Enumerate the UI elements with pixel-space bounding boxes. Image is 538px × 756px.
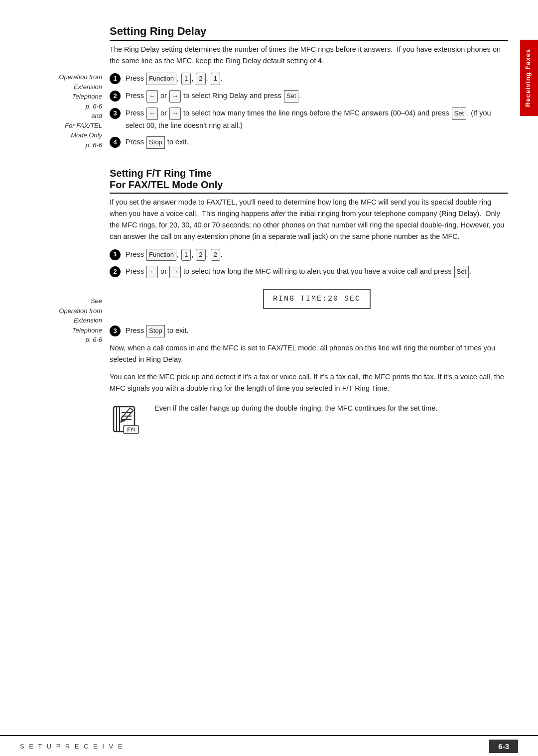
fyi-section: FYI Even if the caller hangs up during t… xyxy=(110,403,508,438)
left-arrow-key2: ← xyxy=(146,108,158,120)
step-1-4: 4 Press Stop to exit. xyxy=(110,136,508,149)
left-arrow-key3: ← xyxy=(146,266,158,278)
sidebar1-line8: p. 6-6 xyxy=(20,140,102,150)
key-2c: 2 xyxy=(211,249,220,261)
step-content-1-3: Press ← or → to select how many times th… xyxy=(126,108,508,131)
step-2-3: 3 Press Stop to exit. xyxy=(110,325,508,337)
sidebar2-line3: Extension xyxy=(20,316,102,325)
right-arrow-key2: → xyxy=(169,108,181,120)
step-1-2: 2 Press ← or → to select Ring Delay and … xyxy=(110,90,508,103)
stop-key2: Stop xyxy=(146,325,165,337)
key-1c: 1 xyxy=(181,249,191,261)
svg-text:FYI: FYI xyxy=(127,427,135,432)
sidebar1-line1: Operation from xyxy=(20,72,102,82)
step-2-2: 2 Press ← or → to select how long the MF… xyxy=(110,266,508,320)
function-key: Function xyxy=(146,73,176,85)
right-arrow-key: → xyxy=(169,90,181,103)
bottom-bar: S E T U P R E C E I V E 6-3 xyxy=(0,735,538,756)
step-content-2-2: Press ← or → to select how long the MFC … xyxy=(126,266,508,320)
set-key3: Set xyxy=(454,266,469,278)
step-num-1-3: 3 xyxy=(110,108,121,119)
section2-para2: You can let the MFC pick up and detect i… xyxy=(110,371,508,394)
function-key2: Function xyxy=(146,249,176,261)
fyi-icon: FYI xyxy=(110,403,149,438)
key-2a: 2 xyxy=(196,73,205,85)
step-num-1-1: 1 xyxy=(110,73,121,84)
main-content: Setting Ring Delay The Ring Delay settin… xyxy=(110,25,508,756)
left-arrow-key: ← xyxy=(146,90,158,103)
step-1-1: 1 Press Function, 1, 2, 1. xyxy=(110,73,508,85)
section1-title: Setting Ring Delay xyxy=(110,25,508,41)
step-content-1-4: Press Stop to exit. xyxy=(126,136,508,149)
right-arrow-key3: → xyxy=(169,266,181,278)
sidebar-section2: See Operation from Extension Telephone p… xyxy=(20,296,102,345)
step-num-2-1: 1 xyxy=(110,249,121,260)
step-content-1-2: Press ← or → to select Ring Delay and pr… xyxy=(126,90,508,103)
section2-intro: If you set the answer mode to FAX/TEL, y… xyxy=(110,197,508,243)
sidebar1-line6: For FAX/TEL xyxy=(20,121,102,131)
stop-key: Stop xyxy=(146,136,165,149)
bottom-page: 6-3 xyxy=(489,740,518,753)
sidebar2-line4: Telephone xyxy=(20,325,102,335)
step-num-2-3: 3 xyxy=(110,325,121,336)
section2-title: Setting F/T Ring Time For FAX/TEL Mode O… xyxy=(110,168,508,194)
step-content-2-3: Press Stop to exit. xyxy=(126,325,508,337)
section1-intro: The Ring Delay setting determines the nu… xyxy=(110,44,508,67)
sidebar1-line2: Extension xyxy=(20,82,102,92)
key-1a: 1 xyxy=(181,73,191,85)
section2-steps: 1 Press Function, 1, 2, 2. 2 Press ← or … xyxy=(110,249,508,337)
set-key: Set xyxy=(284,90,299,103)
key-2b: 2 xyxy=(196,249,205,261)
set-key2: Set xyxy=(452,108,467,120)
sidebar-section1: Operation from Extension Telephone p. 6-… xyxy=(20,72,102,150)
sidebar2-line2: Operation from xyxy=(20,306,102,316)
fyi-svg: FYI xyxy=(110,403,143,436)
step-num-2-2: 2 xyxy=(110,266,121,277)
section2-para3: Even if the caller hangs up during the d… xyxy=(154,403,508,414)
step-num-1-2: 2 xyxy=(110,91,121,102)
step-2-1: 1 Press Function, 1, 2, 2. xyxy=(110,249,508,261)
sidebar2-line5: p. 6-6 xyxy=(20,335,102,345)
bottom-label: S E T U P R E C E I V E xyxy=(20,743,124,750)
sidebar1-line7: Mode Only xyxy=(20,130,102,140)
side-tab: Receiving Faxes xyxy=(520,40,538,116)
key-1b: 1 xyxy=(211,73,220,85)
lcd-display: RING TIME:20 SEC xyxy=(263,289,371,309)
step-1-3: 3 Press ← or → to select how many times … xyxy=(110,108,508,131)
sidebar1-line5: and xyxy=(20,111,102,121)
page-container: Receiving Faxes Operation from Extension… xyxy=(0,0,538,756)
section2-para1: Now, when a call comes in and the MFC is… xyxy=(110,342,508,365)
step-content-1-1: Press Function, 1, 2, 1. xyxy=(126,73,508,85)
step-content-2-1: Press Function, 1, 2, 2. xyxy=(126,249,508,261)
sidebar1-line3: Telephone xyxy=(20,92,102,102)
sidebar1-line4: p. 6-6 xyxy=(20,102,102,111)
step-num-1-4: 4 xyxy=(110,137,121,148)
sidebar2-line1: See xyxy=(20,296,102,306)
svg-rect-1 xyxy=(117,407,120,432)
section1-steps: 1 Press Function, 1, 2, 1. 2 Press ← or … xyxy=(110,73,508,148)
lcd-display-container: RING TIME:20 SEC xyxy=(126,284,508,314)
